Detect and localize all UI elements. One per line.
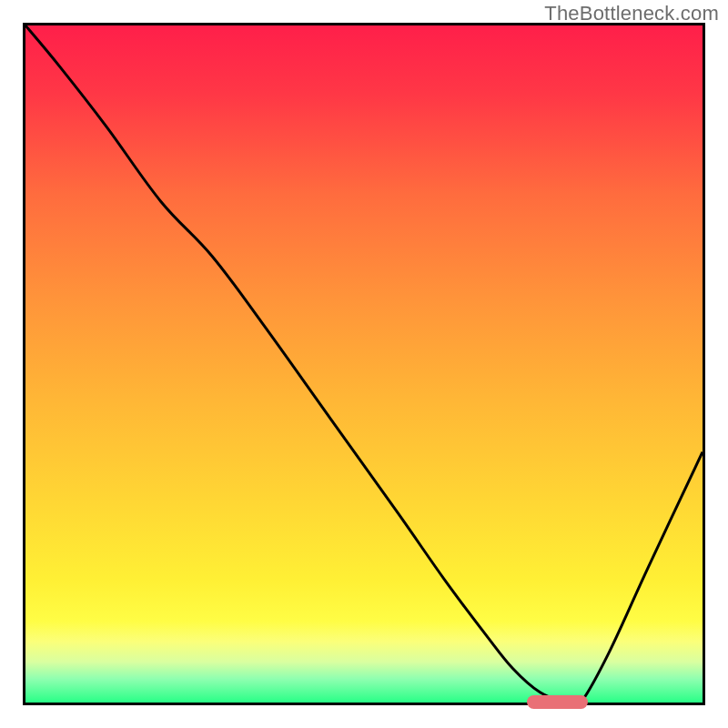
curve-line xyxy=(25,25,703,703)
plot-border xyxy=(23,23,705,705)
chart-container: TheBottleneck.com xyxy=(0,0,728,728)
minimum-marker xyxy=(527,695,588,709)
